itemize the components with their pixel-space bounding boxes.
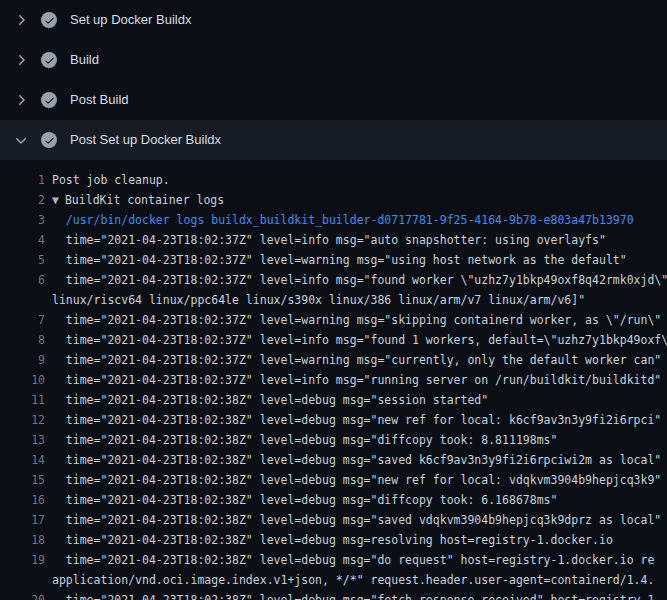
line-number[interactable]: 11 bbox=[0, 390, 45, 410]
log-line: 9 time="2021-04-23T18:02:37Z" level=warn… bbox=[0, 350, 667, 370]
log-message-text: time="2021-04-23T18:02:37Z" level=info m… bbox=[52, 370, 661, 390]
line-number[interactable]: 12 bbox=[0, 410, 45, 430]
line-number[interactable]: 13 bbox=[0, 430, 45, 450]
check-circle-icon bbox=[41, 92, 57, 108]
log-line: 19 time="2021-04-23T18:02:38Z" level=deb… bbox=[0, 550, 667, 570]
log-message-text: time="2021-04-23T18:02:38Z" level=debug … bbox=[52, 530, 613, 550]
log-line-continuation: application/vnd.oci.image.index.v1+json,… bbox=[0, 570, 667, 590]
log-message-text: linux/riscv64 linux/ppc64le linux/s390x … bbox=[52, 290, 585, 310]
log-message-text: application/vnd.oci.image.index.v1+json,… bbox=[52, 570, 654, 590]
log-line: 1Post job cleanup. bbox=[0, 170, 667, 190]
line-number bbox=[0, 290, 45, 310]
log-line: 3 /usr/bin/docker logs buildx_buildkit_b… bbox=[0, 210, 667, 230]
log-message-text: time="2021-04-23T18:02:37Z" level=warnin… bbox=[52, 350, 661, 370]
check-circle-icon bbox=[41, 52, 57, 68]
log-line: 7 time="2021-04-23T18:02:37Z" level=warn… bbox=[0, 310, 667, 330]
log-message-text: time="2021-04-23T18:02:37Z" level=warnin… bbox=[52, 250, 627, 270]
line-number[interactable]: 3 bbox=[0, 210, 45, 230]
log-message-text: time="2021-04-23T18:02:38Z" level=debug … bbox=[52, 450, 661, 470]
log-line: 20 time="2021-04-23T18:02:38Z" level=deb… bbox=[0, 590, 667, 600]
log-message-text: time="2021-04-23T18:02:38Z" level=debug … bbox=[52, 590, 654, 600]
line-number[interactable]: 5 bbox=[0, 250, 45, 270]
log-line: 12 time="2021-04-23T18:02:38Z" level=deb… bbox=[0, 410, 667, 430]
chevron-right-icon bbox=[13, 92, 29, 108]
step-label: Set up Docker Buildx bbox=[70, 12, 191, 28]
command-text: /usr/bin/docker logs buildx_buildkit_bui… bbox=[52, 210, 634, 230]
log-message-text: time="2021-04-23T18:02:38Z" level=debug … bbox=[52, 550, 654, 570]
log-line: 13 time="2021-04-23T18:02:38Z" level=deb… bbox=[0, 430, 667, 450]
check-circle-icon bbox=[41, 12, 57, 28]
log-line: 5 time="2021-04-23T18:02:37Z" level=warn… bbox=[0, 250, 667, 270]
line-number[interactable]: 20 bbox=[0, 590, 45, 600]
step-label: Post Build bbox=[70, 92, 129, 108]
log-line-continuation: linux/riscv64 linux/ppc64le linux/s390x … bbox=[0, 290, 667, 310]
log-group-title[interactable]: BuildKit container logs bbox=[65, 193, 224, 207]
log-message-text: Post job cleanup. bbox=[52, 170, 170, 190]
line-number[interactable]: 19 bbox=[0, 550, 45, 570]
log-line: 15 time="2021-04-23T18:02:38Z" level=deb… bbox=[0, 470, 667, 490]
log-message-text: time="2021-04-23T18:02:37Z" level=info m… bbox=[52, 270, 667, 290]
line-number[interactable]: 16 bbox=[0, 490, 45, 510]
check-circle-icon bbox=[41, 132, 57, 148]
log-line: 8 time="2021-04-23T18:02:37Z" level=info… bbox=[0, 330, 667, 350]
log-line: 11 time="2021-04-23T18:02:38Z" level=deb… bbox=[0, 390, 667, 410]
step-header-set-up-docker-buildx[interactable]: Set up Docker Buildx bbox=[0, 0, 667, 40]
log-message-text: time="2021-04-23T18:02:38Z" level=debug … bbox=[52, 390, 488, 410]
log-line: 16 time="2021-04-23T18:02:38Z" level=deb… bbox=[0, 490, 667, 510]
log-message-text: time="2021-04-23T18:02:38Z" level=debug … bbox=[52, 470, 661, 490]
line-number[interactable]: 6 bbox=[0, 270, 45, 290]
step-label: Build bbox=[70, 52, 99, 68]
line-number[interactable]: 18 bbox=[0, 530, 45, 550]
log-message-text: time="2021-04-23T18:02:38Z" level=debug … bbox=[52, 490, 557, 510]
step-header-post-build[interactable]: Post Build bbox=[0, 80, 667, 120]
chevron-down-icon bbox=[13, 132, 29, 148]
log-line: 18 time="2021-04-23T18:02:38Z" level=deb… bbox=[0, 530, 667, 550]
log-line: 4 time="2021-04-23T18:02:37Z" level=info… bbox=[0, 230, 667, 250]
log-line: 10 time="2021-04-23T18:02:37Z" level=inf… bbox=[0, 370, 667, 390]
line-number[interactable]: 1 bbox=[0, 170, 45, 190]
step-log-output: 1Post job cleanup.2▼BuildKit container l… bbox=[0, 160, 667, 600]
log-group-toggle-icon[interactable]: ▼ bbox=[52, 193, 59, 207]
line-number[interactable]: 8 bbox=[0, 330, 45, 350]
log-message-text: time="2021-04-23T18:02:38Z" level=debug … bbox=[52, 410, 661, 430]
line-number[interactable]: 2 bbox=[0, 190, 45, 210]
chevron-right-icon bbox=[13, 52, 29, 68]
step-header-post-set-up-docker-buildx[interactable]: Post Set up Docker Buildx bbox=[0, 120, 667, 160]
log-group-header[interactable]: ▼BuildKit container logs bbox=[52, 190, 224, 210]
log-message-text: time="2021-04-23T18:02:38Z" level=debug … bbox=[52, 430, 557, 450]
line-number[interactable]: 15 bbox=[0, 470, 45, 490]
step-label: Post Set up Docker Buildx bbox=[70, 132, 221, 148]
step-header-build[interactable]: Build bbox=[0, 40, 667, 80]
log-line: 14 time="2021-04-23T18:02:38Z" level=deb… bbox=[0, 450, 667, 470]
line-number[interactable]: 14 bbox=[0, 450, 45, 470]
log-message-text: time="2021-04-23T18:02:37Z" level=info m… bbox=[52, 230, 606, 250]
line-number[interactable]: 4 bbox=[0, 230, 45, 250]
job-steps-list: Set up Docker BuildxBuildPost BuildPost … bbox=[0, 0, 667, 160]
log-message-text: time="2021-04-23T18:02:38Z" level=debug … bbox=[52, 510, 661, 530]
log-message-text: time="2021-04-23T18:02:37Z" level=warnin… bbox=[52, 310, 661, 330]
line-number[interactable]: 10 bbox=[0, 370, 45, 390]
line-number[interactable]: 17 bbox=[0, 510, 45, 530]
line-number bbox=[0, 570, 45, 590]
log-line: 17 time="2021-04-23T18:02:38Z" level=deb… bbox=[0, 510, 667, 530]
log-line: 2▼BuildKit container logs bbox=[0, 190, 667, 210]
line-number[interactable]: 9 bbox=[0, 350, 45, 370]
chevron-right-icon bbox=[13, 12, 29, 28]
line-number[interactable]: 7 bbox=[0, 310, 45, 330]
log-line: 6 time="2021-04-23T18:02:37Z" level=info… bbox=[0, 270, 667, 290]
log-message-text: time="2021-04-23T18:02:37Z" level=info m… bbox=[52, 330, 667, 350]
